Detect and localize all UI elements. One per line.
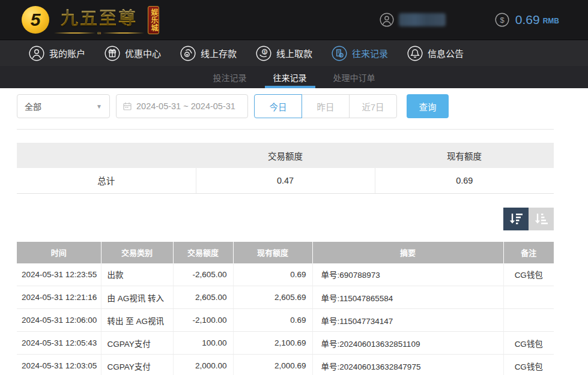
nav-item-my-account[interactable]: 我的账户 — [29, 46, 85, 61]
balance-currency: RMB — [543, 17, 559, 25]
table-row: 2024-05-31 12:05:43 CGPAY支付 100.00 2,100… — [17, 332, 554, 355]
sort-ascending-button[interactable] — [529, 208, 554, 230]
site-badge: 娱乐城 — [148, 6, 159, 34]
bell-icon — [407, 46, 423, 61]
sort-descending-button[interactable] — [503, 208, 529, 230]
records-icon — [332, 46, 347, 61]
tab-betting-records[interactable]: 投注记录 — [210, 66, 250, 88]
summary-col-transaction-amount: 交易额度 — [196, 143, 375, 168]
nav-item-deposit[interactable]: 线上存款 — [180, 46, 237, 61]
sort-desc-icon — [508, 212, 524, 226]
summary-total-row: 总计 0.47 0.69 — [17, 168, 554, 193]
filter-bar: 全部 ▼ 2024-05-31 ~ 2024-05-31 今日 昨日 近7日 查… — [17, 94, 588, 118]
logo-monogram-icon: 5 — [22, 6, 49, 34]
date-range-input[interactable]: 2024-05-31 ~ 2024-05-31 — [116, 94, 248, 118]
summary-total-balance: 0.69 — [375, 168, 554, 193]
svg-text:$: $ — [264, 49, 266, 53]
summary-total-label: 总计 — [17, 168, 196, 193]
sort-controls — [17, 208, 554, 230]
table-row: 2024-05-31 12:21:16 由 AG视讯 转入 2,605.00 2… — [17, 286, 554, 309]
quick-date-group: 今日 昨日 近7日 — [254, 94, 397, 118]
nav-item-transaction-records[interactable]: 往来记录 — [332, 46, 388, 61]
tab-pending-orders[interactable]: 处理中订单 — [330, 66, 379, 88]
transaction-records-page: 5 九五至尊 ∞ 娱乐城 — [0, 0, 588, 375]
summary-col-current-balance: 现有额度 — [375, 143, 554, 168]
main-navigation: 我的账户 优惠中心 线上存款 $ — [0, 40, 588, 66]
coin-icon: $ — [495, 13, 509, 27]
user-avatar-icon — [380, 13, 394, 27]
summary-header-row: 交易额度 现有额度 — [17, 143, 554, 168]
table-row: 2024-05-31 12:06:00 转出 至 AG视讯 -2,100.00 … — [17, 309, 554, 332]
top-header: 5 九五至尊 ∞ 娱乐城 — [0, 0, 588, 40]
table-row: 2024-05-31 12:23:55 出款 -2,605.00 0.69 单号… — [17, 263, 554, 286]
gift-icon — [105, 46, 120, 61]
nav-item-promotions[interactable]: 优惠中心 — [105, 46, 161, 61]
last7days-button[interactable]: 近7日 — [349, 94, 397, 118]
balance-display[interactable]: $ 0.69 RMB — [495, 13, 559, 27]
records-header-row: 时间 交易类别 交易额度 现有额度 摘要 备注 — [17, 242, 554, 263]
site-logo[interactable]: 5 九五至尊 ∞ 娱乐城 — [22, 4, 159, 35]
sort-asc-icon — [533, 212, 549, 226]
section-divider — [17, 129, 554, 130]
nav-item-announcements[interactable]: 信息公告 — [407, 46, 464, 61]
today-button[interactable]: 今日 — [254, 94, 302, 118]
nav-item-withdraw[interactable]: $ 线上取款 — [256, 46, 312, 61]
table-row: 2024-05-31 12:03:05 CGPAY支付 2,000.00 2,0… — [17, 355, 554, 375]
logo-flourish-ornament: ∞ — [54, 31, 144, 35]
records-table: 时间 交易类别 交易额度 现有额度 摘要 备注 2024-05-31 12:23… — [17, 242, 554, 375]
search-button[interactable]: 查询 — [407, 94, 449, 118]
deposit-icon — [180, 46, 196, 61]
summary-table: 交易额度 现有额度 总计 0.47 0.69 — [17, 143, 554, 194]
calendar-icon — [123, 101, 132, 111]
user-icon — [29, 46, 44, 61]
record-subtabs: 投注记录 往来记录 处理中订单 — [0, 66, 588, 88]
summary-total-amount: 0.47 — [196, 168, 375, 193]
tab-transaction-records[interactable]: 往来记录 — [270, 66, 311, 88]
type-select[interactable]: 全部 ▼ — [17, 94, 110, 118]
username-redacted — [399, 13, 446, 26]
withdraw-icon: $ — [256, 46, 271, 61]
chevron-down-icon: ▼ — [96, 103, 102, 110]
site-title: 九五至尊 — [61, 4, 138, 29]
balance-amount: 0.69 — [515, 13, 540, 27]
user-account[interactable] — [380, 13, 446, 27]
svg-text:$: $ — [500, 16, 505, 25]
yesterday-button[interactable]: 昨日 — [302, 94, 350, 118]
